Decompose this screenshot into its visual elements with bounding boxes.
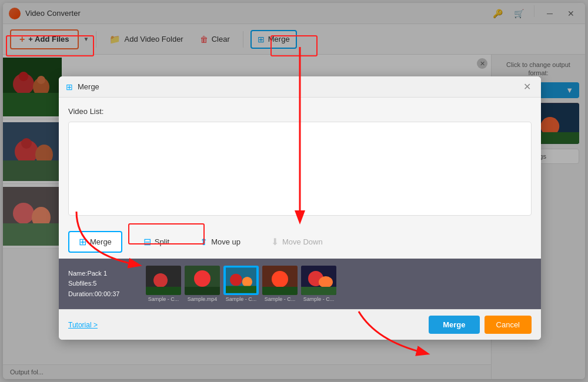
pack-duration: Duration:00:00:37 bbox=[68, 289, 139, 300]
svg-rect-31 bbox=[262, 287, 298, 295]
video-list-label: Video List: bbox=[68, 107, 532, 116]
pack-thumb-5[interactable]: Sample - C... bbox=[301, 266, 336, 302]
thumb-label-5: Sample - C... bbox=[301, 296, 336, 302]
thumb-label-4: Sample - C... bbox=[262, 296, 298, 302]
thumb-img-4 bbox=[262, 266, 298, 295]
move-down-button[interactable]: ⬇ Move Down bbox=[262, 232, 332, 252]
pack-subfiles: Subfiles:5 bbox=[68, 279, 139, 289]
split-label: Split bbox=[155, 237, 169, 246]
svg-point-30 bbox=[272, 271, 288, 287]
thumb-label-2: Sample.mp4 bbox=[185, 296, 220, 302]
thumb-visual-5 bbox=[301, 266, 336, 295]
pack-info: Name:Pack 1 Subfiles:5 Duration:00:00:37 bbox=[68, 269, 139, 300]
svg-point-27 bbox=[242, 277, 252, 287]
footer-buttons: Merge Cancel bbox=[429, 316, 532, 334]
dialog-body: Video List: bbox=[59, 98, 541, 225]
split-button[interactable]: ⊟ Split bbox=[134, 232, 179, 252]
thumb-label-1: Sample - C... bbox=[146, 296, 181, 302]
pack-thumb-2[interactable]: Sample.mp4 bbox=[185, 266, 220, 302]
thumb-img-1 bbox=[146, 266, 181, 295]
dialog-close-button[interactable]: ✕ bbox=[520, 80, 534, 94]
thumb-img-3 bbox=[223, 266, 259, 295]
thumb-visual-3 bbox=[225, 267, 258, 294]
thumb-visual-1 bbox=[146, 266, 181, 295]
svg-rect-35 bbox=[301, 287, 336, 295]
pack-name: Name:Pack 1 bbox=[68, 269, 139, 279]
split-icon: ⊟ bbox=[143, 236, 151, 247]
move-down-icon: ⬇ bbox=[271, 236, 279, 247]
svg-point-20 bbox=[153, 273, 168, 287]
move-up-button[interactable]: ⬆ Move up bbox=[191, 232, 250, 252]
dialog-footer: Tutorial > Merge Cancel bbox=[59, 309, 541, 340]
video-list-area bbox=[68, 122, 532, 216]
merge-final-button[interactable]: Merge bbox=[429, 316, 479, 334]
dialog-title: Merge bbox=[78, 82, 520, 91]
dialog-titlebar: ⊞ Merge ✕ bbox=[59, 76, 541, 98]
merge-action-label: Merge bbox=[90, 237, 112, 246]
svg-rect-24 bbox=[185, 287, 220, 295]
thumb-label-3: Sample - C... bbox=[223, 296, 259, 302]
move-down-label: Move Down bbox=[282, 237, 323, 246]
thumb-img-5 bbox=[301, 266, 336, 295]
svg-point-26 bbox=[230, 274, 242, 286]
dialog-toolbar: ⊞ Merge ⊟ Split ⬆ Move up ⬇ Move Down bbox=[59, 225, 541, 259]
merge-dialog: ⊞ Merge ✕ Video List: ⊞ Merge ⊟ Split ⬆ … bbox=[59, 76, 541, 340]
dialog-merge-icon: ⊞ bbox=[66, 82, 73, 92]
thumb-visual-4 bbox=[262, 266, 298, 295]
svg-rect-21 bbox=[146, 287, 181, 295]
merge-action-icon: ⊞ bbox=[79, 236, 86, 247]
pack-area: Name:Pack 1 Subfiles:5 Duration:00:00:37… bbox=[59, 259, 541, 309]
move-up-label: Move up bbox=[211, 237, 240, 246]
svg-point-23 bbox=[194, 270, 211, 287]
move-up-icon: ⬆ bbox=[200, 236, 208, 247]
tutorial-link[interactable]: Tutorial > bbox=[68, 321, 98, 329]
pack-thumb-4[interactable]: Sample - C... bbox=[262, 266, 298, 302]
pack-thumb-1[interactable]: Sample - C... bbox=[146, 266, 181, 302]
svg-point-34 bbox=[319, 276, 333, 288]
thumb-visual-2 bbox=[185, 266, 220, 295]
pack-thumb-3[interactable]: Sample - C... bbox=[223, 266, 259, 302]
thumb-img-2 bbox=[185, 266, 220, 295]
pack-thumbnails: Sample - C... Sample.mp4 Sample - C... bbox=[146, 266, 336, 302]
svg-rect-28 bbox=[226, 286, 256, 293]
cancel-button[interactable]: Cancel bbox=[485, 316, 532, 334]
merge-action-button[interactable]: ⊞ Merge bbox=[68, 231, 122, 253]
